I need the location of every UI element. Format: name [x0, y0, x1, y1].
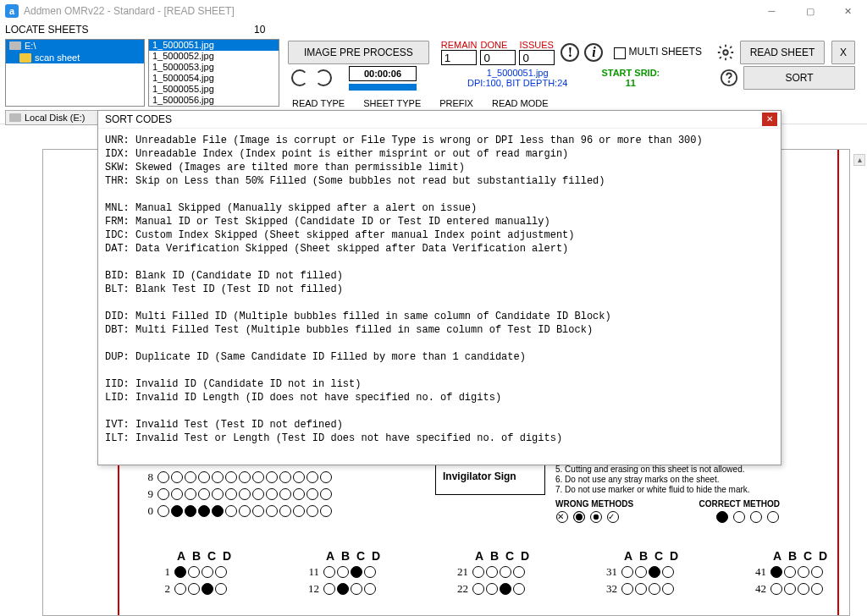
gear-icon[interactable] — [716, 43, 735, 62]
read-mode-label[interactable]: READ MODE — [492, 98, 549, 108]
file-list[interactable]: 1_5000051.jpg 1_5000052.jpg 1_5000053.jp… — [148, 39, 279, 107]
list-item[interactable]: 1_5000052.jpg — [149, 51, 279, 62]
read-type-label[interactable]: READ TYPE — [292, 98, 345, 108]
list-item[interactable]: 1_5000055.jpg — [149, 84, 279, 95]
question-column: ABCD 41 42 — [749, 549, 831, 598]
window-title: Addmen OMRv22 - Standard - [READ SHEET] — [24, 5, 753, 17]
dpi-label: DPI:100, BIT DEPTH:24 — [467, 78, 567, 88]
remain-field[interactable] — [441, 50, 477, 65]
close-button[interactable]: ✕ — [829, 0, 867, 22]
invigilator-sign-box: Invigilator Sign — [435, 463, 545, 495]
list-item[interactable]: 1_5000051.jpg — [149, 40, 279, 51]
question-column: ABCD 21 22 — [451, 549, 533, 598]
locate-sheets-label: LOCATE SHEETS — [5, 24, 88, 36]
question-column: ABCD 11 12 — [302, 549, 384, 598]
done-label: DONE — [480, 40, 507, 50]
issues-field[interactable] — [519, 50, 555, 65]
local-disk-label: Local Disk (E:) — [25, 113, 86, 123]
sort-button[interactable]: SORT — [743, 66, 855, 90]
tree-drive-label: E:\ — [25, 41, 36, 51]
sort-codes-panel: SORT CODES ✕ UNR: Unreadable File (Image… — [97, 110, 781, 465]
svg-point-0 — [723, 50, 728, 55]
locate-number: 10 — [254, 24, 265, 36]
wrong-methods-label: WRONG METHODS — [555, 499, 633, 509]
titlebar: a Addmen OMRv22 - Standard - [READ SHEET… — [0, 0, 867, 22]
folder-icon — [19, 53, 31, 63]
question-column: ABCD 1 2 — [153, 549, 235, 598]
correct-method-label: CORRECT METHOD — [699, 499, 780, 509]
done-field[interactable] — [480, 50, 516, 65]
close-icon[interactable]: ✕ — [762, 113, 777, 126]
start-srid-value: 11 — [601, 78, 660, 88]
prefix-label[interactable]: PREFIX — [439, 98, 473, 108]
tree-folder-label: scan sheet — [35, 52, 80, 63]
drive-icon — [9, 41, 21, 50]
multi-sheets-wrap[interactable]: MULTI SHEETS — [614, 46, 701, 58]
menu-labels: READ TYPE SHEET TYPE PREFIX READ MODE — [292, 98, 549, 108]
id-row: 9 — [136, 487, 333, 502]
question-column: ABCD 31 32 — [600, 549, 682, 598]
rotate-cw-icon[interactable] — [315, 69, 332, 86]
minimize-button[interactable]: ─ — [753, 0, 791, 22]
top-panel: LOCATE SHEETS 10 E:\ scan sheet 1_500005… — [0, 22, 867, 124]
rotate-ccw-icon[interactable] — [291, 69, 308, 86]
app-icon: a — [5, 4, 19, 18]
current-file-label: 1_5000051.jpg — [467, 68, 567, 78]
info-icon[interactable]: i — [584, 43, 603, 62]
sort-codes-body: UNR: Unreadable File (Image is corrupt o… — [98, 129, 781, 450]
scrollbar-up-button[interactable] — [853, 154, 865, 166]
image-pre-process-button[interactable]: IMAGE PRE PROCESS — [288, 41, 429, 64]
id-row: 8 — [136, 470, 333, 485]
maximize-button[interactable]: ▢ — [791, 0, 829, 22]
issues-label: ISSUES — [519, 40, 553, 50]
folder-tree[interactable]: E:\ scan sheet — [5, 39, 145, 107]
instructions: 5. Cutting and erasing on this sheet is … — [555, 465, 780, 523]
start-srid-label: START SRID: — [601, 68, 660, 78]
multi-sheets-checkbox[interactable] — [614, 47, 626, 59]
help-icon[interactable] — [720, 69, 738, 87]
list-item[interactable]: 1_5000054.jpg — [149, 73, 279, 84]
remain-label: REMAIN — [441, 40, 478, 50]
tree-drive[interactable]: E:\ — [6, 40, 144, 52]
sheet-type-label[interactable]: SHEET TYPE — [363, 98, 421, 108]
x-button[interactable]: X — [831, 41, 855, 64]
tree-folder[interactable]: scan sheet — [6, 52, 144, 63]
warning-icon[interactable]: ! — [561, 43, 579, 62]
multi-sheets-label: MULTI SHEETS — [628, 46, 701, 58]
sort-codes-title: SORT CODES — [105, 113, 172, 125]
read-sheet-button[interactable]: READ SHEET — [740, 41, 825, 64]
svg-point-2 — [729, 81, 730, 82]
progress-bar — [349, 84, 417, 91]
id-row: 0 — [136, 503, 333, 519]
timer: 00:00:06 — [349, 66, 417, 81]
list-item[interactable]: 1_5000053.jpg — [149, 62, 279, 73]
list-item[interactable]: 1_5000056.jpg — [149, 95, 279, 106]
drive-icon — [9, 113, 21, 122]
margin-line-right — [837, 150, 839, 615]
